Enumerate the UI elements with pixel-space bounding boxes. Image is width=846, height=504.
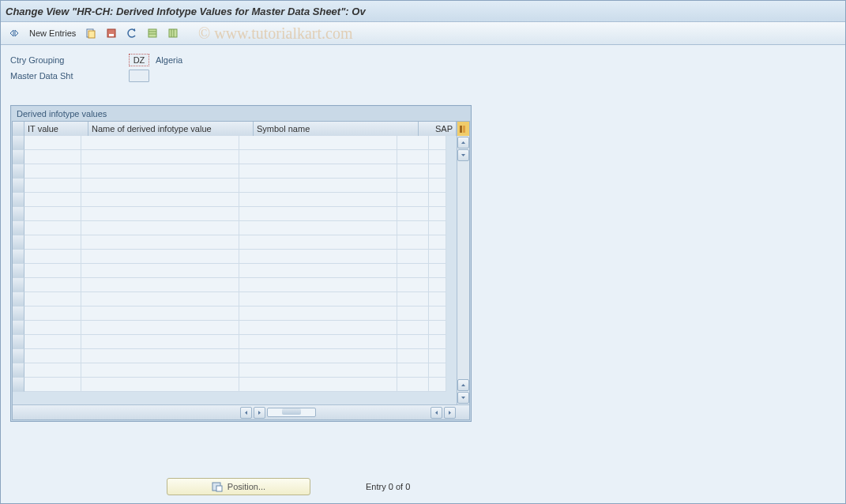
cell[interactable] [24, 264, 81, 278]
cell[interactable] [429, 321, 446, 335]
cell[interactable] [24, 235, 81, 250]
cell[interactable] [24, 335, 81, 349]
cell[interactable] [239, 349, 397, 363]
row-selector[interactable] [13, 164, 24, 179]
cell[interactable] [24, 307, 81, 321]
cell[interactable] [24, 150, 81, 164]
ctry-grouping-input[interactable]: DZ [129, 54, 149, 66]
row-selector[interactable] [13, 292, 24, 307]
copy-icon[interactable] [82, 24, 100, 42]
cell[interactable] [397, 335, 429, 349]
cell[interactable] [239, 321, 397, 335]
cell[interactable] [397, 150, 429, 164]
row-selector[interactable] [13, 193, 24, 207]
cell[interactable] [397, 363, 429, 378]
cell[interactable] [239, 250, 397, 264]
hscroll-right-group[interactable] [429, 406, 457, 419]
cell[interactable] [81, 179, 239, 193]
cell[interactable] [81, 349, 239, 363]
scroll-right-icon[interactable] [254, 407, 265, 419]
row-selector[interactable] [13, 207, 24, 221]
cell[interactable] [239, 193, 397, 207]
cell[interactable] [239, 278, 397, 292]
cell[interactable] [429, 164, 446, 179]
col-it-value[interactable]: IT value [24, 122, 88, 136]
row-selector[interactable] [13, 335, 24, 349]
cell[interactable] [239, 292, 397, 307]
cell[interactable] [24, 221, 81, 235]
cell[interactable] [81, 264, 239, 278]
cell[interactable] [397, 292, 429, 307]
cell[interactable] [397, 250, 429, 264]
cell[interactable] [24, 179, 81, 193]
cell[interactable] [397, 207, 429, 221]
row-selector[interactable] [13, 349, 24, 363]
cell[interactable] [397, 164, 429, 179]
row-selector[interactable] [13, 363, 24, 378]
cell[interactable] [239, 363, 397, 378]
cell[interactable] [239, 164, 397, 179]
cell[interactable] [397, 349, 429, 363]
cell[interactable] [429, 193, 446, 207]
cell[interactable] [429, 250, 446, 264]
scroll-left2-icon[interactable] [431, 407, 442, 419]
cell[interactable] [397, 179, 429, 193]
cell[interactable] [397, 321, 429, 335]
cell[interactable] [397, 235, 429, 250]
cell[interactable] [24, 363, 81, 378]
cell[interactable] [239, 335, 397, 349]
cell[interactable] [81, 378, 239, 392]
position-button[interactable]: Position... [167, 478, 310, 495]
hscroll-track[interactable] [267, 408, 316, 417]
cell[interactable] [429, 221, 446, 235]
cell[interactable] [239, 136, 397, 150]
cell[interactable] [429, 207, 446, 221]
cell[interactable] [239, 235, 397, 250]
cell[interactable] [397, 136, 429, 150]
cell[interactable] [239, 307, 397, 321]
col-name[interactable]: Name of derived infotype value [88, 122, 254, 136]
deselect-all-icon[interactable] [164, 24, 182, 42]
col-symbol[interactable]: Symbol name [254, 122, 419, 136]
save-variant-icon[interactable] [103, 24, 120, 42]
cell[interactable] [24, 136, 81, 150]
cell[interactable] [81, 221, 239, 235]
cell[interactable] [239, 221, 397, 235]
cell[interactable] [429, 307, 446, 321]
cell[interactable] [24, 278, 81, 292]
row-selector[interactable] [13, 378, 24, 392]
scroll-down2-icon[interactable] [457, 392, 469, 404]
row-selector[interactable] [13, 307, 24, 321]
cell[interactable] [429, 278, 446, 292]
master-data-input[interactable] [129, 70, 149, 82]
cell[interactable] [24, 193, 81, 207]
cell[interactable] [429, 363, 446, 378]
cell[interactable] [81, 250, 239, 264]
row-selector[interactable] [13, 136, 24, 150]
row-selector[interactable] [13, 235, 24, 250]
hscroll-left-group[interactable] [239, 406, 318, 419]
cell[interactable] [429, 150, 446, 164]
cell[interactable] [239, 264, 397, 278]
scroll-down-icon[interactable] [457, 149, 469, 161]
cell[interactable] [81, 307, 239, 321]
cell[interactable] [24, 250, 81, 264]
undo-icon[interactable] [123, 24, 141, 42]
cell[interactable] [81, 164, 239, 179]
select-all-icon[interactable] [144, 24, 161, 42]
scroll-left-icon[interactable] [240, 407, 252, 419]
scroll-up-icon[interactable] [457, 137, 469, 149]
hscroll-thumb[interactable] [282, 408, 301, 415]
toggle-icon[interactable] [6, 24, 23, 42]
cell[interactable] [24, 164, 81, 179]
cell[interactable] [397, 307, 429, 321]
cell[interactable] [81, 335, 239, 349]
cell[interactable] [429, 235, 446, 250]
cell[interactable] [429, 378, 446, 392]
cell[interactable] [81, 292, 239, 307]
row-selector[interactable] [13, 250, 24, 264]
row-selector[interactable] [13, 150, 24, 164]
cell[interactable] [81, 193, 239, 207]
cell[interactable] [397, 264, 429, 278]
col-sap[interactable]: SAP [419, 122, 457, 136]
